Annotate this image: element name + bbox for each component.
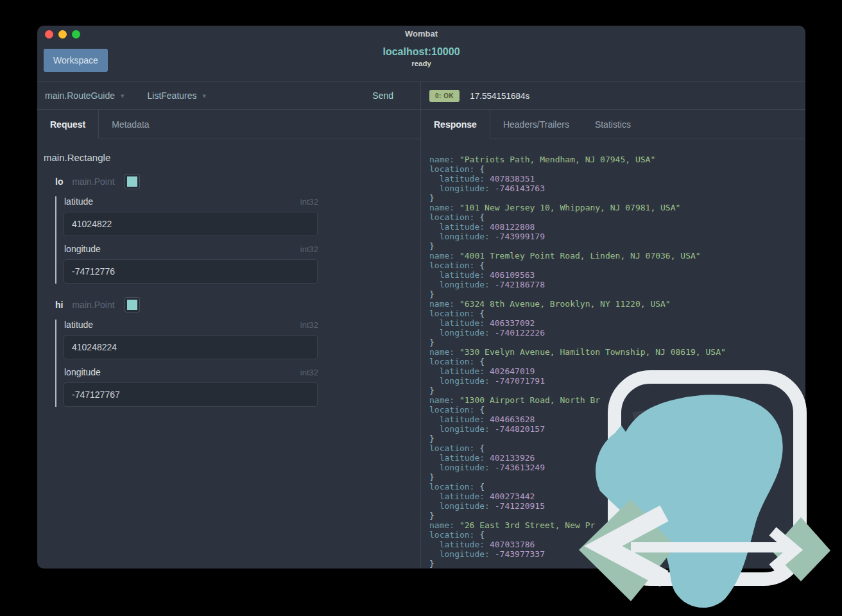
response-output[interactable]: name: "Patriots Path, Mendham, NJ 07945,… [421, 139, 805, 568]
subfield-type-hint: int32 [300, 320, 318, 330]
minimize-icon[interactable] [58, 30, 67, 38]
response-line: name: "4001 Tremley Point Road, Linden, … [429, 251, 805, 261]
response-line: longitude: -742186778 [429, 280, 805, 289]
hi-longitude-input[interactable] [64, 382, 318, 407]
hi-subfields: latitudeint32longitudeint32 [55, 320, 414, 407]
zoom-icon[interactable] [72, 30, 80, 38]
field-type: main.Point [72, 300, 114, 310]
response-line: latitude: 400273442 [429, 492, 805, 501]
response-line: } [429, 241, 805, 251]
request-tab-strip: RequestMetadata [37, 110, 420, 139]
response-line: longitude: -743977337 [429, 549, 805, 559]
response-line: name: "1300 Airport Road, North Br [429, 395, 805, 405]
response-line: location: { [429, 309, 805, 318]
subfield-label-row: longitudeint32 [64, 244, 318, 254]
response-line: longitude: -743613249 [429, 463, 805, 472]
subfield-label: longitude [64, 244, 101, 254]
chevron-down-icon[interactable]: ▾ [203, 92, 207, 100]
response-line: } [429, 511, 805, 520]
lo-subfields: latitudeint32longitudeint32 [55, 196, 414, 284]
lo-enabled-checkbox[interactable] [125, 175, 139, 189]
response-line: } [429, 434, 805, 443]
field-row-lo: lomain.Point [55, 175, 414, 189]
response-line: name: "101 New Jersey 10, Whippany, NJ 0… [429, 203, 805, 212]
response-panel: 0: OK 17.554151684s ResponseHeaders/Trai… [421, 82, 805, 568]
response-line: longitude: -741220915 [429, 501, 805, 511]
service-select[interactable]: main.RouteGuide [45, 90, 115, 101]
connection-status: ready [37, 60, 805, 67]
response-line: longitude: -746143763 [429, 184, 805, 193]
app-header: Workspace localhost:10000 ready [37, 42, 805, 82]
request-panel: main.RouteGuide ▾ ListFeatures ▾ Send Re… [37, 82, 421, 568]
subfield-type-hint: int32 [300, 368, 318, 377]
response-line: longitude: -740122226 [429, 328, 805, 338]
traffic-lights [45, 30, 80, 38]
request-tab-request[interactable]: Request [37, 110, 99, 139]
response-line: } [429, 289, 805, 299]
subfield-type-hint: int32 [300, 244, 318, 254]
subfield-label: longitude [64, 367, 101, 377]
response-line: latitude: 402647019 [429, 366, 805, 376]
response-tab-statistics[interactable]: Statistics [582, 110, 644, 139]
field-type: main.Point [72, 176, 114, 187]
response-line: latitude: 408122808 [429, 222, 805, 232]
subfield-type-hint: int32 [300, 197, 318, 207]
lo-longitude-input[interactable] [64, 259, 318, 284]
request-form: main.Rectangle lomain.Pointlatitudeint32… [37, 139, 420, 421]
hi-latitude-input[interactable] [64, 335, 318, 359]
method-select[interactable]: ListFeatures [147, 90, 196, 101]
send-button[interactable]: Send [368, 90, 397, 101]
response-status-bar: 0: OK 17.554151684s [421, 82, 805, 110]
response-line: location: { [429, 443, 805, 453]
status-badge: 0: OK [429, 90, 460, 102]
response-line: location: { [429, 530, 805, 540]
response-line: latitude: 406109563 [429, 270, 805, 280]
response-line: longitude: -744820157 [429, 424, 805, 434]
server-address: localhost:10000 [37, 46, 805, 58]
field-name: lo [55, 176, 63, 187]
lo-latitude-input[interactable] [64, 212, 318, 236]
close-icon[interactable] [45, 30, 53, 38]
chevron-down-icon[interactable]: ▾ [121, 92, 125, 100]
titlebar: Wombat [37, 26, 805, 42]
request-tab-metadata[interactable]: Metadata [99, 110, 162, 139]
response-line: location: { [429, 164, 805, 174]
response-tab-response[interactable]: Response [421, 110, 490, 139]
subfield-label-row: longitudeint32 [64, 367, 318, 377]
response-line: name: "330 Evelyn Avenue, Hamilton Towns… [429, 347, 805, 357]
response-line: latitude: 406337092 [429, 318, 805, 328]
response-line: name: "Patriots Path, Mendham, NJ 07945,… [429, 155, 805, 164]
response-line: name: "26 East 3rd Street, New Pr [429, 520, 805, 530]
subfield-label: latitude [64, 320, 93, 330]
response-line: } [429, 472, 805, 482]
message-type-label: main.Rectangle [44, 152, 414, 163]
field-name: hi [55, 300, 63, 310]
response-line: } [429, 193, 805, 203]
connection-info: localhost:10000 ready [37, 46, 805, 67]
method-bar: main.RouteGuide ▾ ListFeatures ▾ Send [37, 82, 420, 110]
response-line: } [429, 386, 805, 395]
response-tab-headers-trailers[interactable]: Headers/Trailers [490, 110, 582, 139]
response-line: latitude: 407033786 [429, 540, 805, 549]
response-line: longitude: -747071791 [429, 376, 805, 386]
subfield-label-row: latitudeint32 [64, 320, 318, 330]
field-row-hi: himain.Point [55, 298, 414, 312]
response-line: } [429, 338, 805, 347]
response-line: } [429, 559, 805, 568]
response-line: latitude: 407838351 [429, 174, 805, 184]
hi-enabled-checkbox[interactable] [125, 298, 139, 312]
response-line: longitude: -743999179 [429, 232, 805, 241]
subfield-label: latitude [64, 196, 93, 207]
window-title: Wombat [37, 26, 805, 42]
response-line: location: { [429, 261, 805, 270]
response-line: location: { [429, 357, 805, 366]
response-line: latitude: 402133926 [429, 453, 805, 463]
response-line: latitude: 404663628 [429, 415, 805, 424]
wombat-window: Wombat Workspace localhost:10000 ready m… [37, 26, 805, 569]
response-tab-strip: ResponseHeaders/TrailersStatistics [421, 110, 805, 139]
duration-label: 17.554151684s [470, 91, 529, 101]
subfield-label-row: latitudeint32 [64, 196, 318, 207]
response-line: name: "6324 8th Avenue, Brooklyn, NY 112… [429, 299, 805, 309]
response-line: location: { [429, 405, 805, 415]
response-line: location: { [429, 212, 805, 222]
